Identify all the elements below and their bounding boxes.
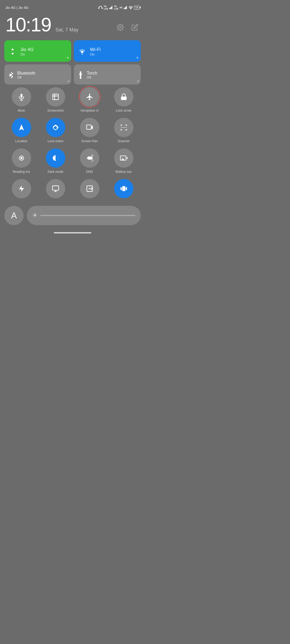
scanner-button[interactable]	[114, 118, 133, 137]
battery-sav-label: Battery sav	[115, 170, 132, 174]
screen-rec-button[interactable]	[80, 118, 99, 137]
edit-icon[interactable]	[130, 23, 140, 32]
dnd-button[interactable]	[80, 148, 99, 168]
lock-orient-button[interactable]	[46, 118, 65, 137]
lock-screen-label: Lock scree	[116, 109, 131, 112]
carrier-text: Jio 4G | Jio 4G	[5, 6, 28, 10]
home-indicator	[0, 228, 145, 236]
cast-item	[38, 179, 73, 200]
svg-rect-1	[102, 8, 103, 9]
torch-icon	[78, 71, 84, 79]
wifi-status-icon	[129, 6, 133, 9]
bluetooth-label: Bluetooth	[17, 71, 35, 76]
circle-grid: Mute Screenshot Aeroplane m Lock scree	[0, 85, 145, 200]
mobile-data-arrow	[67, 57, 68, 59]
svg-point-12	[82, 54, 83, 55]
svg-rect-0	[98, 8, 99, 9]
svg-rect-21	[86, 125, 91, 129]
svg-rect-13	[80, 71, 81, 74]
svg-rect-19	[121, 97, 126, 100]
svg-rect-18	[53, 94, 58, 100]
svg-rect-6	[124, 8, 125, 9]
font-size-button[interactable]: A	[4, 206, 24, 225]
wifi-sublabel: On	[90, 52, 101, 56]
reading-mode-label: Reading mo	[13, 170, 30, 174]
security-icon[interactable]	[115, 23, 125, 32]
svg-marker-27	[19, 185, 24, 192]
svg-rect-28	[52, 186, 59, 190]
bottom-row: A ☀	[0, 200, 145, 228]
wifi-arrow	[136, 57, 138, 59]
status-icons: VoLTE VoLTE 4G 54	[98, 5, 140, 10]
svg-rect-8	[125, 7, 126, 9]
wifi-tile[interactable]: Wi-Fi On	[74, 40, 141, 62]
volte2-icon: VoLTE	[114, 5, 118, 10]
dnd-label: DND	[86, 170, 93, 174]
svg-rect-30	[122, 186, 125, 191]
vibrate-button[interactable]	[114, 179, 133, 198]
location-label: Location	[15, 139, 27, 143]
flash-item	[4, 179, 38, 200]
dnd-item: DND	[73, 148, 107, 174]
mute-label: Mute	[18, 109, 25, 112]
svg-rect-7	[125, 8, 125, 9]
vibrate-item	[107, 179, 141, 200]
big-tiles-row: Jio 4G On Wi-Fi On	[4, 40, 141, 62]
battery-sav-item: Battery sav	[107, 148, 141, 174]
svg-point-10	[130, 9, 131, 9]
bluetooth-tile[interactable]: Bluetooth Off	[4, 64, 71, 85]
screenshot-item: Screenshot	[38, 87, 73, 112]
brightness-slider[interactable]: ☀	[27, 206, 141, 225]
svg-rect-2	[109, 8, 110, 9]
mobile-data-sublabel: On	[20, 52, 34, 56]
aeroplane-item: Aeroplane m	[73, 87, 107, 112]
screenshot-label: Screenshot	[47, 109, 64, 112]
dark-mode-button[interactable]	[46, 148, 65, 168]
home-bar[interactable]	[54, 232, 91, 233]
location-button[interactable]	[12, 118, 31, 137]
svg-rect-4	[111, 7, 112, 9]
signal1-icon	[109, 6, 113, 9]
mobile-data-tile[interactable]: Jio 4G On	[4, 40, 71, 62]
shortcut-item	[73, 179, 107, 200]
mute-item: Mute	[4, 87, 38, 112]
clock-date: Sat, 7 May	[55, 27, 78, 33]
reading-mode-button[interactable]	[12, 148, 31, 168]
screen-rec-label: Screen Rec	[81, 139, 98, 143]
svg-rect-26	[120, 156, 126, 160]
shortcut-button[interactable]	[80, 179, 99, 198]
svg-rect-9	[126, 6, 127, 9]
headphone-icon	[98, 6, 103, 9]
torch-label: Torch	[87, 71, 97, 76]
mobile-data-icon	[9, 47, 17, 56]
small-tiles-row: Bluetooth Off Torch Off	[4, 64, 141, 85]
brightness-icon: ☀	[32, 212, 38, 219]
reading-mode-item: Reading mo	[4, 148, 38, 174]
bluetooth-icon	[8, 71, 14, 79]
aeroplane-button[interactable]	[80, 87, 99, 107]
bluetooth-arrow	[67, 81, 69, 82]
lock-screen-button[interactable]	[114, 87, 133, 107]
screenshot-button[interactable]	[46, 87, 65, 107]
svg-rect-3	[110, 8, 111, 9]
status-bar: Jio 4G | Jio 4G VoLTE VoLTE 4G	[0, 0, 145, 12]
location-item: Location	[4, 118, 38, 143]
lock-orient-item: Lock orient	[38, 118, 73, 143]
mute-button[interactable]	[12, 87, 31, 107]
volte1-icon: VoLTE	[104, 5, 108, 10]
scanner-item: Scanner	[107, 118, 141, 143]
screen-rec-item: Screen Rec	[73, 118, 107, 143]
lock-orient-label: Lock orient	[48, 139, 63, 143]
mobile-data-label: Jio 4G	[20, 47, 34, 52]
torch-sublabel: Off	[87, 76, 97, 79]
clock-time: 10:19	[5, 15, 51, 34]
svg-point-25	[21, 157, 22, 159]
flash-button[interactable]	[12, 179, 31, 198]
cast-button[interactable]	[46, 179, 65, 198]
battery-sav-button[interactable]	[114, 148, 133, 168]
svg-rect-15	[80, 76, 81, 79]
clock-area: 10:19 Sat, 7 May	[0, 12, 145, 40]
signal2-icon	[124, 6, 128, 9]
torch-tile[interactable]: Torch Off	[74, 64, 141, 85]
brightness-track	[40, 215, 135, 216]
